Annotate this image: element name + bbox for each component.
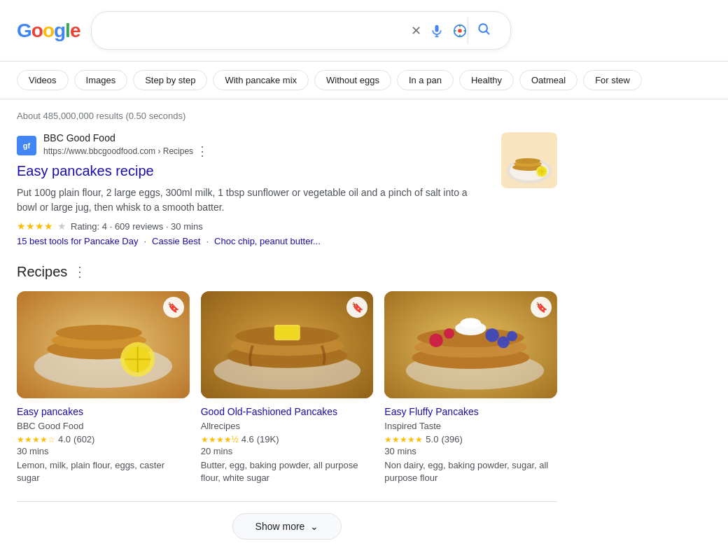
- recipe-2-rating: 4.6: [241, 434, 254, 444]
- svg-point-21: [56, 325, 142, 340]
- more-options-button[interactable]: ⋮: [196, 144, 209, 159]
- recipes-header: Recipes ⋮: [17, 263, 557, 280]
- site-favicon: gf: [17, 136, 36, 155]
- voice-search-button[interactable]: [430, 24, 444, 38]
- recipes-more-icon[interactable]: ⋮: [73, 263, 87, 280]
- result-description: Put 100g plain flour, 2 large eggs, 300m…: [17, 186, 490, 215]
- sub-link-separator-2: ·: [206, 236, 209, 246]
- recipe-1-stars: ★★★★☆: [17, 435, 55, 444]
- recipe-1-image-container: 🔖: [17, 291, 190, 398]
- sub-link-3[interactable]: Choc chip, peanut butter...: [214, 236, 321, 246]
- site-info: gf BBC Good Food https://www.bbcgoodfood…: [17, 132, 490, 159]
- recipe-3-reviews: (396): [441, 434, 462, 444]
- recipes-title: Recipes: [17, 264, 67, 280]
- logo-letter-o2: o: [43, 20, 54, 41]
- site-url: https://www.bbcgoodfood.com › Recipes: [43, 146, 193, 156]
- recipe-3-name[interactable]: Easy Fluffy Pancakes: [384, 405, 557, 418]
- show-more-container: Show more ⌄: [17, 501, 557, 551]
- logo-letter-o1: o: [31, 20, 43, 41]
- logo-letter-g2: g: [54, 20, 65, 41]
- clear-button[interactable]: ✕: [411, 23, 421, 38]
- google-lens-button[interactable]: [452, 23, 468, 38]
- recipe-3-rating: 5.0: [426, 434, 438, 444]
- svg-point-44: [507, 331, 517, 342]
- recipe-3-rating-row: ★★★★★ 5.0 (396): [384, 434, 557, 444]
- chip-images[interactable]: Images: [74, 70, 128, 90]
- featured-pancake-image: [501, 132, 557, 188]
- chip-healthy[interactable]: Healthy: [459, 70, 514, 90]
- svg-rect-32: [276, 327, 298, 339]
- recipe-2-ingredients: Butter, egg, baking powder, all purpose …: [201, 459, 374, 484]
- recipe-1-reviews: (602): [74, 434, 94, 444]
- show-more-label: Show more: [255, 521, 305, 532]
- search-icon-group: ✕: [411, 23, 468, 38]
- chip-without-eggs[interactable]: Without eggs: [314, 70, 391, 90]
- site-name: BBC Good Food: [43, 132, 209, 144]
- filter-chips-container: Videos Images Step by step With pancake …: [0, 62, 728, 99]
- chip-videos[interactable]: Videos: [17, 70, 69, 90]
- logo-letter-e: e: [70, 20, 80, 41]
- result-title-link[interactable]: Easy pancakes recipe: [17, 162, 490, 180]
- search-bar: how to make pancakes ✕: [91, 11, 511, 50]
- results-count: About 485,000,000 results (0.50 seconds): [17, 111, 557, 121]
- recipe-card-2[interactable]: 🔖 Good Old-Fashioned Pancakes Allrecipes…: [201, 291, 374, 484]
- sub-link-1[interactable]: 15 best tools for Pancake Day: [17, 236, 138, 246]
- main-content: About 485,000,000 results (0.50 seconds)…: [0, 99, 574, 560]
- recipes-section: Recipes ⋮: [17, 263, 557, 484]
- recipe-1-ingredients: Lemon, milk, plain flour, eggs, caster s…: [17, 459, 190, 484]
- chip-with-pancake-mix[interactable]: With pancake mix: [213, 70, 309, 90]
- recipe-3-image-container: 🔖: [384, 291, 557, 398]
- recipe-3-time: 30 mins: [384, 446, 557, 456]
- chip-in-a-pan[interactable]: In a pan: [397, 70, 454, 90]
- recipe-2-stars: ★★★★½: [201, 435, 239, 444]
- recipe-card-1[interactable]: 🔖 Easy pancakes BBC Good Food ★★★★☆ 4.0 …: [17, 291, 190, 484]
- recipes-grid: 🔖 Easy pancakes BBC Good Food ★★★★☆ 4.0 …: [17, 291, 557, 484]
- recipe-3-bookmark[interactable]: 🔖: [531, 297, 552, 318]
- chip-oatmeal[interactable]: Oatmeal: [519, 70, 578, 90]
- stars-filled: ★★★★: [17, 220, 53, 232]
- recipe-3-ingredients: Non dairy, egg, baking powder, sugar, al…: [384, 459, 557, 484]
- recipe-2-name[interactable]: Good Old-Fashioned Pancakes: [201, 405, 374, 418]
- svg-rect-0: [435, 24, 439, 31]
- recipe-2-source: Allrecipes: [201, 421, 374, 431]
- svg-point-10: [515, 158, 540, 164]
- recipe-3-source: Inspired Taste: [384, 421, 557, 431]
- recipe-1-name[interactable]: Easy pancakes: [17, 405, 190, 418]
- site-url-container: https://www.bbcgoodfood.com › Recipes ⋮: [43, 144, 209, 159]
- header: Google how to make pancakes ✕: [0, 0, 728, 62]
- google-logo: Google: [17, 20, 80, 42]
- svg-point-41: [444, 328, 454, 339]
- svg-point-39: [461, 318, 482, 328]
- chip-for-stew[interactable]: For stew: [583, 70, 642, 90]
- featured-result-image: [501, 132, 557, 188]
- chip-step-by-step[interactable]: Step by step: [133, 70, 207, 90]
- site-name-url: BBC Good Food https://www.bbcgoodfood.co…: [43, 132, 209, 159]
- rating-row: ★★★★★ Rating: 4 · 609 reviews · 30 mins: [17, 220, 490, 232]
- recipe-1-time: 30 mins: [17, 446, 190, 456]
- featured-result: gf BBC Good Food https://www.bbcgoodfood…: [17, 132, 557, 246]
- svg-point-42: [486, 328, 500, 342]
- svg-point-40: [429, 333, 443, 347]
- recipe-1-rating: 4.0: [58, 434, 71, 444]
- logo-letter-l: l: [65, 20, 70, 41]
- stars-empty: ★: [57, 220, 66, 232]
- recipe-3-stars: ★★★★★: [384, 435, 423, 444]
- search-button[interactable]: [468, 18, 499, 43]
- recipe-1-bookmark[interactable]: 🔖: [163, 297, 184, 318]
- recipe-1-rating-row: ★★★★☆ 4.0 (602): [17, 434, 190, 444]
- recipe-2-image-container: 🔖: [201, 291, 374, 398]
- search-input[interactable]: how to make pancakes: [103, 24, 411, 37]
- recipe-card-3[interactable]: 🔖 Easy Fluffy Pancakes Inspired Taste ★★…: [384, 291, 557, 484]
- recipe-2-time: 20 mins: [201, 446, 374, 456]
- show-more-button[interactable]: Show more ⌄: [232, 513, 342, 540]
- chevron-down-icon: ⌄: [310, 521, 318, 532]
- featured-result-info: gf BBC Good Food https://www.bbcgoodfood…: [17, 132, 490, 246]
- recipe-2-rating-row: ★★★★½ 4.6 (19K): [201, 434, 374, 444]
- sub-link-2[interactable]: Cassie Best: [152, 236, 200, 246]
- recipe-2-reviews: (19K): [257, 434, 279, 444]
- svg-point-4: [458, 29, 463, 33]
- recipe-1-source: BBC Good Food: [17, 421, 190, 431]
- rating-text: Rating: 4 · 609 reviews · 30 mins: [71, 221, 203, 232]
- logo-letter-g1: G: [17, 20, 31, 41]
- sub-links: 15 best tools for Pancake Day · Cassie B…: [17, 236, 490, 246]
